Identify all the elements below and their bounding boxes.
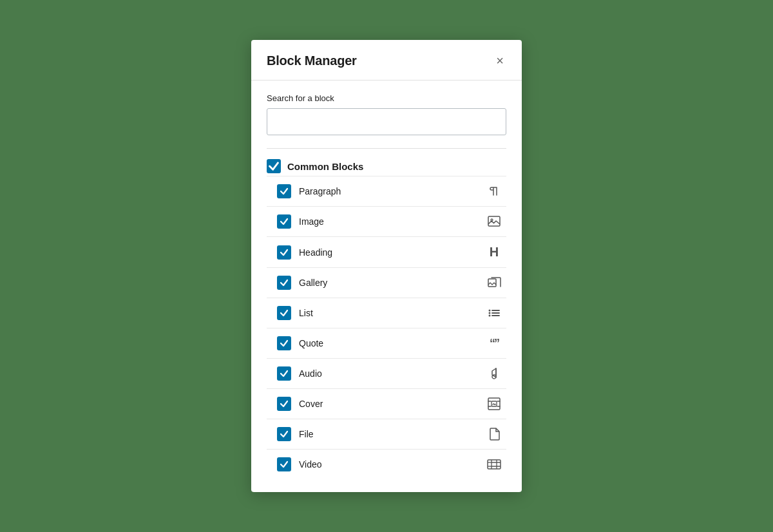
list-icon [487, 306, 501, 320]
block-item-left: Heading [277, 245, 332, 260]
block-item-video[interactable]: Video [267, 449, 506, 479]
checkmark-icon [268, 160, 280, 172]
check-icon [280, 399, 289, 408]
block-item-list[interactable]: List [267, 298, 506, 328]
section-header: Common Blocks [267, 159, 506, 173]
block-name-quote: Quote [299, 338, 323, 348]
image-icon [487, 214, 501, 229]
checkbox-heading[interactable] [277, 245, 291, 260]
section-checkbox-common-blocks[interactable] [267, 159, 281, 173]
cover-icon [487, 397, 501, 411]
quote-icon: “” [487, 337, 501, 350]
block-name-heading: Heading [299, 247, 332, 258]
block-item-file[interactable]: File [267, 419, 506, 449]
paragraph-icon [487, 185, 501, 198]
modal-footer-space [267, 479, 506, 492]
gallery-icon [487, 276, 501, 290]
checkbox-gallery[interactable] [277, 276, 291, 290]
file-icon [487, 427, 501, 441]
svg-point-7 [489, 315, 491, 317]
block-name-video: Video [299, 459, 322, 470]
svg-rect-12 [488, 460, 501, 469]
check-icon [280, 187, 289, 196]
checkbox-file[interactable] [277, 427, 291, 441]
modal-header: Block Manager × [251, 40, 522, 81]
block-name-cover: Cover [299, 399, 323, 409]
block-name-file: File [299, 429, 314, 439]
block-item-left: List [277, 306, 313, 320]
video-icon [487, 458, 501, 471]
block-item-paragraph[interactable]: Paragraph [267, 176, 506, 206]
block-name-paragraph: Paragraph [299, 186, 341, 196]
checkbox-quote[interactable] [277, 336, 291, 350]
check-icon [280, 278, 289, 287]
common-blocks-section: Common Blocks Paragraph [267, 148, 506, 479]
block-name-image: Image [299, 216, 324, 227]
check-icon [280, 369, 289, 378]
check-icon [280, 460, 289, 469]
block-item-left: Image [277, 214, 324, 229]
check-icon [280, 339, 289, 348]
check-icon [280, 309, 289, 318]
block-name-gallery: Gallery [299, 278, 327, 288]
block-item-heading[interactable]: Heading H [267, 236, 506, 267]
block-item-cover[interactable]: Cover [267, 388, 506, 419]
block-item-left: Gallery [277, 276, 327, 290]
heading-icon: H [487, 245, 501, 260]
block-item-audio[interactable]: Audio [267, 358, 506, 388]
checkbox-paragraph[interactable] [277, 184, 291, 198]
section-title-common-blocks: Common Blocks [287, 161, 363, 172]
checkbox-audio[interactable] [277, 366, 291, 381]
check-icon [280, 248, 289, 257]
block-item-left: File [277, 427, 314, 441]
search-label: Search for a block [267, 93, 506, 103]
svg-rect-0 [488, 216, 500, 226]
checkbox-image[interactable] [277, 214, 291, 229]
check-icon [280, 217, 289, 226]
modal-title: Block Manager [267, 53, 357, 68]
block-item-left: Paragraph [277, 184, 341, 198]
block-manager-modal: Block Manager × Search for a block Commo… [251, 40, 522, 492]
checkbox-video[interactable] [277, 457, 291, 471]
svg-point-5 [489, 312, 491, 314]
block-item-left: Quote [277, 336, 323, 350]
svg-rect-2 [488, 279, 496, 287]
close-button[interactable]: × [493, 53, 506, 68]
block-item-left: Video [277, 457, 322, 471]
block-item-left: Cover [277, 397, 323, 411]
modal-overlay: Block Manager × Search for a block Commo… [0, 0, 773, 532]
audio-icon [487, 366, 501, 381]
block-list: Paragraph [267, 176, 506, 479]
block-item-image[interactable]: Image [267, 206, 506, 236]
search-input[interactable] [267, 108, 506, 135]
checkbox-cover[interactable] [277, 397, 291, 411]
block-item-quote[interactable]: Quote “” [267, 328, 506, 358]
block-name-audio: Audio [299, 368, 322, 379]
svg-point-3 [489, 310, 491, 312]
block-item-gallery[interactable]: Gallery [267, 267, 506, 298]
modal-body: Search for a block Common Blocks [251, 81, 522, 492]
block-name-list: List [299, 308, 313, 318]
checkbox-list[interactable] [277, 306, 291, 320]
check-icon [280, 430, 289, 439]
block-item-left: Audio [277, 366, 322, 381]
